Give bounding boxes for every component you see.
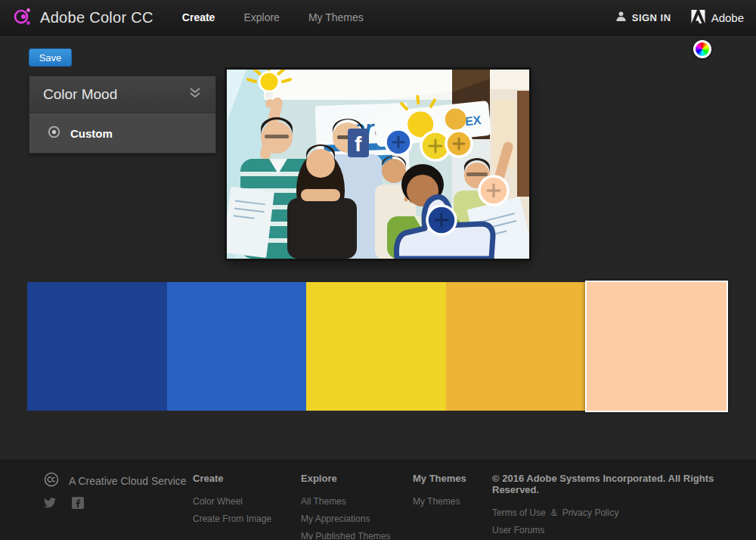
footer: A Creative Cloud Service Create Color Wh…: [0, 460, 756, 540]
color-mood-title: Color Mood: [43, 86, 188, 103]
user-icon: [615, 11, 627, 24]
source-image: pert TRAINING: [227, 70, 529, 259]
footer-create-header: Create: [193, 473, 271, 484]
color-marker-blue[interactable]: [386, 129, 411, 155]
footer-link-terms-of-use[interactable]: Terms of Use: [492, 507, 546, 518]
footer-explore-column: Explore All Themes My Appreciations My P…: [301, 473, 391, 540]
terms-privacy-row: Terms of Use&Privacy Policy: [492, 504, 756, 522]
creative-cloud-service-label: A Creative Cloud Service: [69, 475, 187, 487]
color-marker-peach[interactable]: [479, 176, 508, 205]
footer-link-all-themes[interactable]: All Themes: [301, 493, 391, 511]
footer-my-themes-column: My Themes My Themes: [413, 473, 466, 511]
footer-create-column: Create Color Wheel Create From Image: [193, 473, 271, 528]
palette-swatch-2[interactable]: [167, 282, 307, 411]
footer-my-themes-header: My Themes: [413, 473, 466, 484]
footer-link-user-forums[interactable]: User Forums: [492, 522, 756, 539]
mood-option-label: Custom: [70, 127, 113, 140]
adobe-color-cc-page: Adobe Color CC Create Explore My Themes …: [0, 0, 756, 540]
color-wheel-icon[interactable]: [693, 40, 711, 58]
adobe-label: Adobe: [711, 11, 744, 24]
sign-in-button[interactable]: SIGN IN: [615, 11, 671, 24]
footer-link-create-from-image[interactable]: Create From Image: [193, 511, 271, 528]
copyright-text: © 2016 Adobe Systems Incorporated. All R…: [492, 473, 756, 495]
sign-in-label: SIGN IN: [632, 12, 671, 23]
primary-nav: Create Explore My Themes: [182, 11, 364, 23]
facebook-icon[interactable]: [72, 497, 84, 512]
palette-swatch-3[interactable]: [306, 282, 446, 411]
save-button[interactable]: Save: [29, 48, 72, 67]
facebook-prop-glyph: f: [355, 132, 362, 156]
footer-link-my-appreciations[interactable]: My Appreciations: [301, 511, 391, 528]
footer-explore-header: Explore: [301, 473, 391, 484]
radio-selected-icon: [48, 126, 60, 141]
theme-palette: [27, 282, 728, 411]
home-link[interactable]: Adobe Color CC: [12, 6, 153, 29]
palette-swatch-1[interactable]: [27, 282, 167, 411]
palette-swatch-5-selected[interactable]: [585, 281, 728, 412]
creative-cloud-brand: A Creative Cloud Service: [44, 472, 187, 490]
mood-option-custom[interactable]: Custom: [29, 113, 216, 154]
color-mood-panel: Color Mood Custom: [29, 76, 216, 154]
footer-link-my-published-themes[interactable]: My Published Themes: [301, 528, 391, 540]
footer-link-privacy-policy[interactable]: Privacy Policy: [562, 507, 619, 518]
tab-explore[interactable]: Explore: [243, 11, 279, 23]
creative-cloud-icon: [44, 472, 59, 490]
footer-legal-column: © 2016 Adobe Systems Incorporated. All R…: [492, 473, 756, 540]
footer-link-color-wheel[interactable]: Color Wheel: [193, 493, 271, 511]
color-mood-dropdown[interactable]: Color Mood: [29, 76, 216, 113]
ampersand-separator: &: [551, 507, 557, 518]
app-title: Adobe Color CC: [40, 9, 153, 26]
topbar: Adobe Color CC Create Explore My Themes …: [0, 0, 756, 36]
tab-my-themes[interactable]: My Themes: [308, 11, 364, 23]
color-marker-amber[interactable]: [446, 131, 472, 157]
topbar-right: SIGN IN Adobe: [615, 10, 744, 26]
certificate-left: [227, 187, 274, 258]
adobe-link[interactable]: Adobe: [691, 10, 744, 26]
twitter-icon[interactable]: [44, 498, 56, 511]
tab-create[interactable]: Create: [182, 11, 215, 23]
social-links: [44, 497, 84, 512]
adobe-logo-icon: [691, 10, 705, 26]
adobe-color-logo-icon: [12, 6, 33, 29]
footer-link-my-themes[interactable]: My Themes: [413, 493, 466, 511]
palette-swatch-4[interactable]: [446, 282, 586, 411]
color-marker-navy[interactable]: [427, 206, 456, 234]
chevron-double-down-icon[interactable]: [188, 87, 202, 102]
